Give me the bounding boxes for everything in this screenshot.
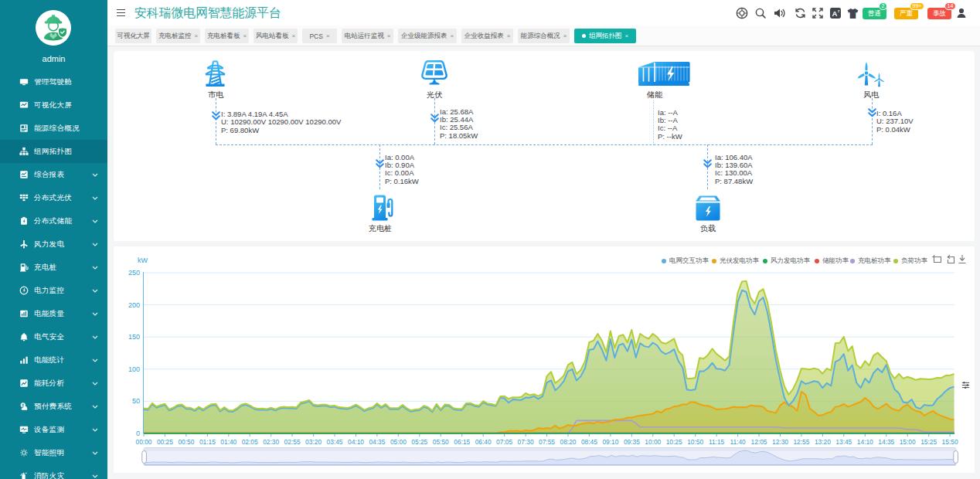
svg-text:05:50: 05:50 bbox=[433, 438, 449, 446]
svg-text:13:45: 13:45 bbox=[835, 438, 852, 446]
svg-text:09:35: 09:35 bbox=[624, 438, 640, 446]
svg-text:15:00: 15:00 bbox=[900, 438, 916, 446]
svg-text:200: 200 bbox=[128, 301, 140, 309]
svg-text:0: 0 bbox=[136, 430, 140, 437]
svg-text:01:40: 01:40 bbox=[220, 438, 236, 446]
svg-text:07:55: 07:55 bbox=[539, 438, 555, 446]
svg-text:12:30: 12:30 bbox=[772, 438, 788, 446]
svg-text:06:15: 06:15 bbox=[454, 438, 470, 446]
svg-text:09:10: 09:10 bbox=[602, 438, 618, 446]
svg-text:100: 100 bbox=[128, 365, 140, 373]
svg-text:11:40: 11:40 bbox=[730, 438, 746, 446]
svg-text:11:15: 11:15 bbox=[709, 438, 725, 446]
svg-text:250: 250 bbox=[128, 269, 140, 277]
svg-text:14:10: 14:10 bbox=[857, 438, 873, 446]
svg-text:10:25: 10:25 bbox=[666, 438, 682, 446]
svg-text:00:25: 00:25 bbox=[157, 438, 173, 446]
svg-text:00:50: 00:50 bbox=[178, 438, 194, 446]
svg-text:10:00: 10:00 bbox=[645, 438, 661, 446]
svg-text:150: 150 bbox=[128, 333, 140, 341]
svg-text:07:30: 07:30 bbox=[518, 438, 534, 446]
svg-text:00:00: 00:00 bbox=[136, 438, 152, 446]
svg-text:02:30: 02:30 bbox=[263, 438, 279, 446]
svg-text:12:05: 12:05 bbox=[751, 438, 767, 446]
svg-text:15:25: 15:25 bbox=[920, 438, 937, 446]
svg-text:05:00: 05:00 bbox=[390, 438, 407, 446]
svg-text:kW: kW bbox=[138, 256, 148, 264]
svg-text:04:35: 04:35 bbox=[369, 438, 385, 446]
svg-text:05:25: 05:25 bbox=[411, 438, 427, 446]
svg-text:14:35: 14:35 bbox=[878, 438, 894, 446]
svg-text:03:20: 03:20 bbox=[305, 438, 322, 446]
svg-text:04:10: 04:10 bbox=[348, 438, 364, 446]
svg-text:03:45: 03:45 bbox=[327, 438, 343, 446]
svg-text:06:40: 06:40 bbox=[475, 438, 492, 446]
svg-text:02:05: 02:05 bbox=[242, 438, 258, 446]
svg-text:07:05: 07:05 bbox=[496, 438, 512, 446]
svg-text:12:55: 12:55 bbox=[793, 438, 809, 446]
svg-text:10:50: 10:50 bbox=[687, 438, 703, 446]
svg-text:08:20: 08:20 bbox=[560, 438, 577, 446]
svg-text:15:50: 15:50 bbox=[942, 438, 958, 446]
svg-text:50: 50 bbox=[132, 397, 140, 405]
svg-text:01:15: 01:15 bbox=[199, 438, 216, 446]
svg-text:13:20: 13:20 bbox=[815, 438, 831, 446]
svg-text:08:45: 08:45 bbox=[581, 438, 597, 446]
svg-text:02:55: 02:55 bbox=[284, 438, 301, 446]
